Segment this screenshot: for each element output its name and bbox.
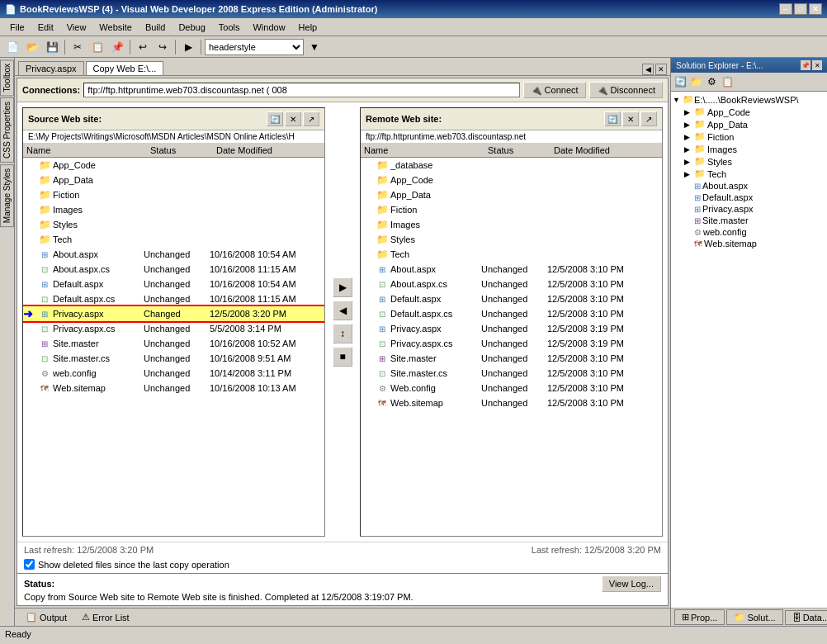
window-controls[interactable]: ─ □ ✕ xyxy=(779,3,822,15)
remote-file-row[interactable]: 📁 App_Code xyxy=(361,173,662,187)
remote-file-row[interactable]: ⊡ Privacy.aspx.cs Unchanged 12/5/2008 3:… xyxy=(361,336,662,351)
undo-btn[interactable]: ↩ xyxy=(134,38,152,56)
remote-file-row[interactable]: 📁 Images xyxy=(361,217,662,232)
remote-file-row[interactable]: 📁 _database xyxy=(361,158,662,173)
remote-file-row[interactable]: ⚙ Web.config Unchanged 12/5/2008 3:10 PM xyxy=(361,381,662,395)
source-delete-btn[interactable]: ✕ xyxy=(285,111,301,126)
copy-to-remote-btn[interactable]: ▶ xyxy=(333,277,352,297)
copy-to-local-btn[interactable]: ◀ xyxy=(333,301,352,320)
sol-refresh-btn[interactable]: 🔄 xyxy=(673,74,688,89)
manage-styles-tab[interactable]: Manage Styles xyxy=(0,164,14,227)
source-file-row[interactable]: ⊡ Site.master.cs Unchanged 10/16/2008 9:… xyxy=(23,351,324,366)
debug-btn[interactable]: ▶ xyxy=(179,38,197,56)
remote-file-row[interactable]: 📁 Tech xyxy=(361,247,662,262)
remote-file-row[interactable]: ⊡ About.aspx.cs Unchanged 12/5/2008 3:10… xyxy=(361,277,662,291)
sync-btn[interactable]: ↕ xyxy=(333,324,352,343)
source-file-row[interactable]: ⊞ Default.aspx Unchanged 10/16/2008 10:5… xyxy=(23,277,324,291)
minimize-button[interactable]: ─ xyxy=(779,3,792,15)
remote-file-row[interactable]: ⊞ Site.master Unchanged 12/5/2008 3:10 P… xyxy=(361,351,662,366)
source-file-row[interactable]: 📁 Styles xyxy=(23,217,324,232)
menu-view[interactable]: View xyxy=(60,21,93,34)
show-deleted-label[interactable]: Show deleted files since the last copy o… xyxy=(24,559,661,570)
cut-btn[interactable]: ✂ xyxy=(69,38,87,56)
css-properties-tab[interactable]: CSS Properties xyxy=(0,97,14,163)
ftp-input[interactable] xyxy=(83,83,519,97)
remote-open-btn[interactable]: ↗ xyxy=(640,111,657,126)
menu-file[interactable]: File xyxy=(3,21,31,34)
menu-build[interactable]: Build xyxy=(139,21,172,34)
remote-delete-btn[interactable]: ✕ xyxy=(622,111,639,126)
menu-edit[interactable]: Edit xyxy=(31,21,60,34)
source-file-row[interactable]: 📁 Tech xyxy=(23,232,324,247)
tree-item[interactable]: ▶📁Images xyxy=(673,143,825,155)
tree-item[interactable]: ⊞Privacy.aspx xyxy=(673,203,825,215)
stop-btn[interactable]: ■ xyxy=(333,347,352,367)
remote-file-row[interactable]: 📁 Fiction xyxy=(361,202,662,217)
source-file-row[interactable]: ⊡ Default.aspx.cs Unchanged 10/16/2008 1… xyxy=(23,291,324,306)
connect-button[interactable]: 🔌 Connect xyxy=(523,82,586,98)
menu-debug[interactable]: Debug xyxy=(172,21,211,34)
open-btn[interactable]: 📂 xyxy=(23,38,41,56)
source-file-row[interactable]: 📁 Images xyxy=(23,202,324,217)
sol-showfiles-btn[interactable]: 📁 xyxy=(688,74,703,89)
menu-window[interactable]: Window xyxy=(246,21,291,34)
panel-float-btn[interactable]: ◀ xyxy=(642,64,654,75)
remote-file-row[interactable]: ⊡ Site.master.cs Unchanged 12/5/2008 3:1… xyxy=(361,366,662,381)
source-file-row[interactable]: 🗺 Web.sitemap Unchanged 10/16/2008 10:13… xyxy=(23,381,324,395)
source-file-row[interactable]: 📁 App_Data xyxy=(23,173,324,187)
remote-file-row[interactable]: ⊡ Default.aspx.cs Unchanged 12/5/2008 3:… xyxy=(361,306,662,321)
source-file-row[interactable]: 📁 App_Code xyxy=(23,158,324,173)
combo-arrow[interactable]: ▼ xyxy=(305,38,324,56)
disconnect-button[interactable]: 🔌 Disconnect xyxy=(589,82,663,98)
source-file-row[interactable]: ⊡ About.aspx.cs Unchanged 10/16/2008 11:… xyxy=(23,262,324,277)
toolbox-tab[interactable]: Toolbox xyxy=(0,59,14,96)
maximize-button[interactable]: □ xyxy=(794,3,807,15)
error-list-tab[interactable]: ⚠ Error List xyxy=(74,609,137,625)
remote-file-row[interactable]: 📁 App_Data xyxy=(361,187,662,202)
tree-item[interactable]: ▶📁Fiction xyxy=(673,130,825,143)
sol-properties-btn[interactable]: ⚙ xyxy=(704,74,719,89)
source-open-btn[interactable]: ↗ xyxy=(303,111,319,126)
copy-btn[interactable]: 📋 xyxy=(88,38,106,56)
remote-file-row[interactable]: 🗺 Web.sitemap Unchanged 12/5/2008 3:10 P… xyxy=(361,395,662,410)
remote-file-row[interactable]: ⊞ About.aspx Unchanged 12/5/2008 3:10 PM xyxy=(361,262,662,277)
tree-root[interactable]: ▼📁E:\.....\BookReviewsWSP\ xyxy=(673,93,825,106)
source-file-row[interactable]: ⚙ web.config Unchanged 10/14/2008 3:11 P… xyxy=(23,366,324,381)
new-btn[interactable]: 📄 xyxy=(3,38,21,56)
save-btn[interactable]: 💾 xyxy=(43,38,61,56)
props-tab[interactable]: ⊞ Prop... xyxy=(674,609,725,625)
paste-btn[interactable]: 📌 xyxy=(108,38,126,56)
remote-file-row[interactable]: ⊞ Default.aspx Unchanged 12/5/2008 3:10 … xyxy=(361,291,662,306)
solut-tab[interactable]: 📁 Solut... xyxy=(726,609,782,625)
tree-item[interactable]: ▶📁Styles xyxy=(673,155,825,168)
data-tab[interactable]: 🗄 Data... xyxy=(785,610,827,625)
tree-item[interactable]: ⊞Default.aspx xyxy=(673,192,825,203)
tab-copy-web[interactable]: Copy Web E:\... xyxy=(86,61,164,75)
style-combo[interactable]: headerstyle xyxy=(205,39,304,55)
menu-website[interactable]: Website xyxy=(92,21,139,34)
tree-item[interactable]: ▶📁Tech xyxy=(673,168,825,180)
remote-file-row[interactable]: 📁 Styles xyxy=(361,232,662,247)
close-button[interactable]: ✕ xyxy=(809,3,822,15)
menu-tools[interactable]: Tools xyxy=(212,21,247,34)
remote-refresh-btn[interactable]: 🔄 xyxy=(604,111,621,126)
tree-item[interactable]: ▶📁App_Data xyxy=(673,118,825,130)
sol-copyweb-btn[interactable]: 📋 xyxy=(720,74,735,89)
source-file-row[interactable]: 📁 Fiction xyxy=(23,187,324,202)
show-deleted-checkbox[interactable] xyxy=(24,559,35,570)
tab-privacy-aspx[interactable]: Privacy.aspx xyxy=(18,61,84,75)
redo-btn[interactable]: ↪ xyxy=(154,38,172,56)
tree-item[interactable]: ▶📁App_Code xyxy=(673,106,825,118)
tree-item[interactable]: 🗺Web.sitemap xyxy=(673,238,825,249)
panel-close-btn[interactable]: ✕ xyxy=(655,64,667,75)
source-file-row[interactable]: ➜ ⊞ Privacy.aspx Changed 12/5/2008 3:20 … xyxy=(23,306,324,321)
menu-help[interactable]: Help xyxy=(292,21,324,34)
sol-close-btn[interactable]: ✕ xyxy=(812,60,822,70)
output-tab[interactable]: 📋 Output xyxy=(18,609,74,625)
remote-file-row[interactable]: ⊞ Privacy.aspx Unchanged 12/5/2008 3:19 … xyxy=(361,321,662,336)
sol-auto-hide-btn[interactable]: 📌 xyxy=(801,60,810,70)
tree-item[interactable]: ⚙web.config xyxy=(673,226,825,238)
tree-item[interactable]: ⊞Site.master xyxy=(673,215,825,226)
source-file-row[interactable]: ⊡ Privacy.aspx.cs Unchanged 5/5/2008 3:1… xyxy=(23,321,324,336)
tree-item[interactable]: ⊞About.aspx xyxy=(673,180,825,192)
